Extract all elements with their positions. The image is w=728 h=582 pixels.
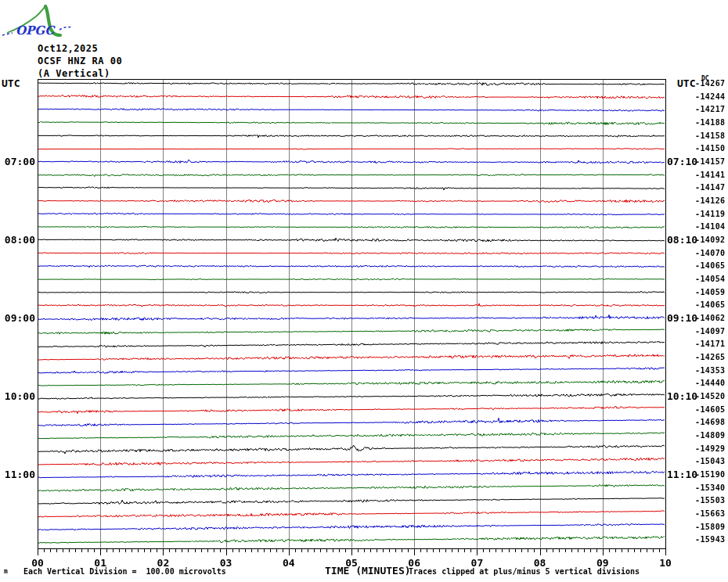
x-axis-title: TIME (MINUTES): [325, 565, 411, 577]
clipping-note: Traces clipped at plus/minus 5 vertical …: [409, 567, 640, 576]
helicorder-page: OPGC Oct12,2025 OCSF HNZ RA 00 (A Vertic…: [0, 0, 728, 582]
corner-glyph: m: [4, 568, 8, 575]
vertical-scale-note: Each Vertical Division = 100.00 microvol…: [23, 567, 226, 576]
x-tick-label: 04: [283, 557, 295, 569]
x-tick-labels: 0001020304050607080910: [0, 0, 728, 582]
x-tick-label: 10: [659, 557, 672, 569]
